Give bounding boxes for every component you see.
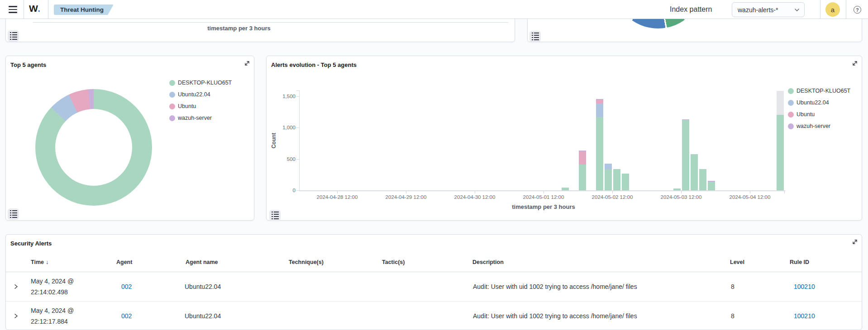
cell-level: 8 <box>731 302 734 330</box>
top-navigation-bar: W. Threat Hunting Index pattern wazuh-al… <box>0 0 868 19</box>
x-tick <box>681 191 682 193</box>
x-tick-label: 2024-04-30 12:00 <box>450 194 500 200</box>
legend-item[interactable]: Ubuntu <box>788 108 850 120</box>
bar-segment-DESKTOP-KLUO65T[interactable] <box>699 169 706 190</box>
legend-item[interactable]: DESKTOP-KLUO65T <box>788 85 850 97</box>
bar-segment-DESKTOP-KLUO65T[interactable] <box>622 174 629 190</box>
y-tick <box>296 190 299 191</box>
cell-level: 8 <box>731 272 734 301</box>
x-tick-label: 2024-04-29 12:00 <box>381 194 431 200</box>
legend-item[interactable]: wazuh-server <box>788 120 850 132</box>
help-icon[interactable]: ? <box>854 6 861 14</box>
column-header-time[interactable]: Time↓ <box>31 253 48 272</box>
column-header-technique-s-[interactable]: Technique(s) <box>289 253 324 272</box>
legend-label: Ubuntu22.04 <box>178 91 210 98</box>
cell-time: May 4, 2024 @22:12:17.884 <box>31 302 74 330</box>
bar-segment-DESKTOP-KLUO65T[interactable] <box>605 170 612 190</box>
legend-item[interactable]: Ubuntu <box>169 100 232 112</box>
expand-row-chevron-icon[interactable] <box>13 302 19 330</box>
x-tick-label: 2024-05-01 12:00 <box>519 194 568 200</box>
sort-descending-icon[interactable]: ↓ <box>46 259 48 265</box>
bar-segment-DESKTOP-KLUO65T[interactable] <box>673 189 681 190</box>
legend-item[interactable]: Ubuntu22.04 <box>169 89 232 100</box>
index-pattern-select[interactable]: wazuh-alerts-* <box>732 2 805 17</box>
x-axis-line <box>299 190 785 191</box>
bar-segment-wazuh-server[interactable] <box>708 181 715 181</box>
column-header-tactic-s-[interactable]: Tactic(s) <box>382 253 405 272</box>
cell-agent-name: Ubuntu22.04 <box>185 302 221 330</box>
logo-dot: . <box>38 3 40 14</box>
column-header-description[interactable]: Description <box>472 253 504 272</box>
table-row: May 4, 2024 @22:14:02.498002Ubuntu22.04A… <box>6 272 862 302</box>
x-tick-label: 2024-05-03 12:00 <box>656 194 706 200</box>
expand-icon[interactable] <box>852 239 858 245</box>
index-pattern-value: wazuh-alerts-* <box>738 6 778 14</box>
y-tick-label: 1,000 <box>273 125 296 130</box>
legend-dot-icon <box>169 92 175 98</box>
expand-icon[interactable] <box>244 60 250 66</box>
evolution-legend: DESKTOP-KLUO65TUbuntu22.04Ubuntuwazuh-se… <box>788 85 850 132</box>
bar-segment-DESKTOP-KLUO65T[interactable] <box>562 188 569 190</box>
bar-segment-DESKTOP-KLUO65T[interactable] <box>777 115 784 190</box>
column-header-agent-name[interactable]: Agent name <box>186 253 218 272</box>
bar-segment-unlabeled-gray[interactable] <box>777 91 784 115</box>
bar-segment-Ubuntu22.04[interactable] <box>596 104 603 117</box>
cell-rule-id[interactable]: 100210 <box>794 302 815 330</box>
y-tick <box>296 159 299 160</box>
legend-toggle-button[interactable] <box>529 31 541 42</box>
alerts-evolution-bar-chart: Count timestamp per 3 hours 05001,0001,5… <box>267 56 862 220</box>
cell-agent[interactable]: 002 <box>121 272 132 301</box>
bar-segment-DESKTOP-KLUO65T[interactable] <box>596 117 603 190</box>
cell-agent[interactable]: 002 <box>121 302 132 330</box>
y-tick <box>296 96 299 97</box>
x-tick <box>612 191 613 193</box>
x-tick <box>337 191 338 193</box>
breadcrumb-threat-hunting[interactable]: Threat Hunting <box>54 5 114 15</box>
column-header-rule-id[interactable]: Rule ID <box>790 253 809 272</box>
bar-segment-wazuh-server[interactable] <box>596 99 603 99</box>
security-alerts-panel: Security Alerts Time↓AgentAgent nameTech… <box>5 234 862 330</box>
avatar[interactable]: a <box>825 2 840 17</box>
index-pattern-label: Index pattern <box>670 5 712 14</box>
legend-toggle-button[interactable] <box>8 30 19 42</box>
cell-description: Audit: User with uid 1002 trying to acce… <box>473 272 637 301</box>
y-tick <box>296 90 299 91</box>
legend-toggle-button[interactable] <box>8 208 19 220</box>
expand-row-chevron-icon[interactable] <box>13 272 19 301</box>
column-header-agent[interactable]: Agent <box>116 253 132 272</box>
bar-segment-DESKTOP-KLUO65T[interactable] <box>613 169 620 190</box>
legend-dot-icon <box>788 88 794 94</box>
chevron-down-icon <box>794 8 800 12</box>
x-axis-title: timestamp per 3 hours <box>303 203 784 210</box>
menu-hamburger-icon[interactable] <box>5 4 21 15</box>
bar-segment-DESKTOP-KLUO65T[interactable] <box>708 182 715 190</box>
legend-label: Ubuntu22.04 <box>796 99 829 106</box>
column-header-level[interactable]: Level <box>730 253 744 272</box>
legend-item[interactable]: wazuh-server <box>169 112 232 124</box>
legend-item[interactable]: Ubuntu22.04 <box>788 97 850 108</box>
cell-rule-id[interactable]: 100210 <box>794 272 815 301</box>
bar-segment-wazuh-server[interactable] <box>579 151 586 151</box>
bar-segment-wazuh-server[interactable] <box>682 119 689 120</box>
y-tick-label: 1,500 <box>273 94 296 99</box>
top5-agents-donut-chart[interactable] <box>35 89 152 206</box>
y-tick-label: 0 <box>273 188 296 193</box>
bar-segment-DESKTOP-KLUO65T[interactable] <box>691 154 698 190</box>
bar-segment-Ubuntu[interactable] <box>579 151 586 165</box>
legend-toggle-button[interactable] <box>269 210 281 221</box>
bar-segment-DESKTOP-KLUO65T[interactable] <box>579 165 586 190</box>
legend-label: wazuh-server <box>178 115 212 121</box>
wazuh-logo[interactable]: W. <box>29 3 41 14</box>
bar-segment-Ubuntu[interactable] <box>596 100 603 104</box>
x-tick-label: 2024-04-28 12:00 <box>312 194 362 200</box>
x-tick <box>544 191 544 193</box>
bar-segment-DESKTOP-KLUO65T[interactable] <box>682 120 689 190</box>
legend-dot-icon <box>788 100 794 106</box>
legend-dot-icon <box>169 80 175 86</box>
legend-label: DESKTOP-KLUO65T <box>178 80 232 86</box>
bar-segment-Ubuntu22.04[interactable] <box>605 164 612 170</box>
legend-dot-icon <box>169 104 175 109</box>
legend-item[interactable]: DESKTOP-KLUO65T <box>169 77 232 89</box>
top5-legend: DESKTOP-KLUO65TUbuntu22.04Ubuntuwazuh-se… <box>169 77 232 124</box>
panel-title: Security Alerts <box>10 240 52 247</box>
